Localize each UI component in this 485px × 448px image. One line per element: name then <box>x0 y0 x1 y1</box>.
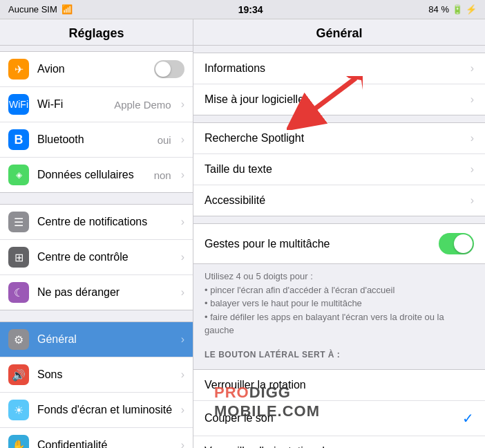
description-section: Utilisez 4 ou 5 doigts pour : • pincer l… <box>193 264 485 344</box>
watermark-line2: MOBILE.COM <box>214 402 320 420</box>
sidebar-item-wifi[interactable]: WiFi Wi-Fi Apple Demo › <box>0 87 193 122</box>
wifi-label: Wi-Fi <box>37 98 114 111</box>
deranger-chevron: › <box>181 286 184 299</box>
settings-item-miseajour[interactable]: Mise à jour logicielle › <box>193 84 485 115</box>
informations-label: Informations <box>205 62 465 75</box>
settings-section-1: Informations › Mise à jour logicielle › <box>193 53 485 115</box>
sidebar-item-bluetooth[interactable]: B Bluetooth oui › <box>0 122 193 158</box>
status-right: 84 % 🔋 ⚡ <box>428 4 477 15</box>
wifi-chevron: › <box>181 98 184 111</box>
confidentialite-label: Confidentialité <box>37 439 175 448</box>
bluetooth-label: Bluetooth <box>37 133 158 146</box>
settings-item-partial[interactable]: Verrouillez l'orientation d... <box>193 436 485 449</box>
wifi-icon: 📶 <box>61 4 73 15</box>
miseajour-chevron: › <box>470 93 474 106</box>
bluetooth-value: oui <box>158 134 171 146</box>
sons-label: Sons <box>37 368 175 381</box>
accessibilite-label: Accessibilité <box>205 194 465 207</box>
bluetooth-icon: B <box>8 129 29 150</box>
bluetooth-chevron: › <box>181 133 184 146</box>
wifi-value: Apple Demo <box>114 99 171 111</box>
settings-item-taille[interactable]: Taille du texte › <box>193 154 485 185</box>
sidebar-item-general[interactable]: ⚙ Général › <box>0 322 193 357</box>
notifications-label: Centre de notifications <box>37 216 175 228</box>
charging-icon: ⚡ <box>466 4 477 15</box>
multitache-toggle[interactable] <box>439 233 474 254</box>
accessibilite-chevron: › <box>470 194 474 207</box>
controle-chevron: › <box>181 251 184 263</box>
general-chevron: › <box>181 333 184 346</box>
confidentialite-chevron: › <box>181 439 184 448</box>
toggle-knob <box>454 234 473 253</box>
wifi-icon: WiFi <box>8 94 29 115</box>
battery-label: 84 % <box>428 4 449 15</box>
avion-label: Avion <box>37 63 154 75</box>
sidebar-item-avion[interactable]: ✈ Avion <box>0 52 193 87</box>
status-time: 19:34 <box>238 4 263 15</box>
watermark: PRODIGG MOBILE.COM <box>214 384 320 420</box>
sidebar: Réglages ✈ Avion WiFi Wi-Fi Apple Demo ›… <box>0 19 193 448</box>
fonds-icon: ☀ <box>8 400 29 420</box>
sidebar-item-controle[interactable]: ⊞ Centre de contrôle › <box>0 240 193 275</box>
no-sim-label: Aucune SIM <box>8 4 57 15</box>
sidebar-item-deranger[interactable]: ☾ Ne pas déranger › <box>0 275 193 310</box>
sons-chevron: › <box>181 368 184 381</box>
general-icon: ⚙ <box>8 329 29 350</box>
miseajour-label: Mise à jour logicielle <box>205 93 465 106</box>
donnees-chevron: › <box>181 169 184 181</box>
general-label: Général <box>37 333 175 346</box>
settings-section-multitache: Gestes pour le multitâche <box>193 223 485 264</box>
informations-chevron: › <box>470 62 474 75</box>
settings-section-2: Recherche Spotlight › Taille du texte › … <box>193 122 485 216</box>
sidebar-item-confidentialite[interactable]: ✋ Confidentialité › <box>0 428 193 448</box>
battery-icon: 🔋 <box>452 4 463 15</box>
sidebar-section-general: ⚙ Général › 🔊 Sons › ☀ Fonds d'écran et … <box>0 321 193 448</box>
controle-label: Centre de contrôle <box>37 251 175 263</box>
settings-item-informations[interactable]: Informations › <box>193 53 485 84</box>
donnees-label: Données cellulaires <box>37 169 154 181</box>
status-bar: Aucune SIM 📶 19:34 84 % 🔋 ⚡ <box>0 0 485 19</box>
sons-icon: 🔊 <box>8 364 29 385</box>
sidebar-item-sons[interactable]: 🔊 Sons › <box>0 357 193 393</box>
fonds-chevron: › <box>181 404 184 416</box>
bouton-section-label: LE BOUTON LATÉRAL SERT À : <box>193 344 485 362</box>
taille-chevron: › <box>470 163 474 176</box>
avion-icon: ✈ <box>8 59 29 80</box>
sidebar-item-fonds[interactable]: ☀ Fonds d'écran et luminosité › <box>0 393 193 428</box>
controle-icon: ⊞ <box>8 247 29 268</box>
settings-item-spotlight[interactable]: Recherche Spotlight › <box>193 123 485 154</box>
watermark-line1: PRODIGG <box>214 384 320 402</box>
partial-label: Verrouillez l'orientation d... <box>205 445 474 449</box>
avion-toggle[interactable] <box>154 60 184 78</box>
sidebar-section-system: ☰ Centre de notifications › ⊞ Centre de … <box>0 204 193 310</box>
deranger-icon: ☾ <box>8 282 29 303</box>
sidebar-section-network: ✈ Avion WiFi Wi-Fi Apple Demo › B Blueto… <box>0 51 193 193</box>
settings-item-multitache[interactable]: Gestes pour le multitâche <box>193 224 485 263</box>
settings-item-accessibilite[interactable]: Accessibilité › <box>193 185 485 216</box>
spotlight-label: Recherche Spotlight <box>205 132 465 144</box>
taille-label: Taille du texte <box>205 163 465 176</box>
sidebar-header: Réglages <box>0 19 193 46</box>
right-title: Général <box>205 26 474 41</box>
status-left: Aucune SIM 📶 <box>8 4 73 15</box>
notifications-chevron: › <box>181 216 184 228</box>
spotlight-chevron: › <box>470 132 474 144</box>
sidebar-item-notifications[interactable]: ☰ Centre de notifications › <box>0 205 193 240</box>
donnees-value: non <box>154 169 171 181</box>
notifications-icon: ☰ <box>8 212 29 232</box>
sidebar-item-donnees[interactable]: ◈ Données cellulaires non › <box>0 158 193 192</box>
multitache-label: Gestes pour le multitâche <box>205 238 439 250</box>
fonds-label: Fonds d'écran et luminosité <box>37 404 175 416</box>
donnees-icon: ◈ <box>8 165 29 185</box>
right-header: Général <box>193 19 485 46</box>
confidentialite-icon: ✋ <box>8 435 29 448</box>
description-text: Utilisez 4 ou 5 doigts pour : • pincer l… <box>205 270 474 337</box>
sidebar-title: Réglages <box>11 26 182 41</box>
deranger-label: Ne pas déranger <box>37 286 175 299</box>
couper-checkmark: ✓ <box>462 410 474 427</box>
